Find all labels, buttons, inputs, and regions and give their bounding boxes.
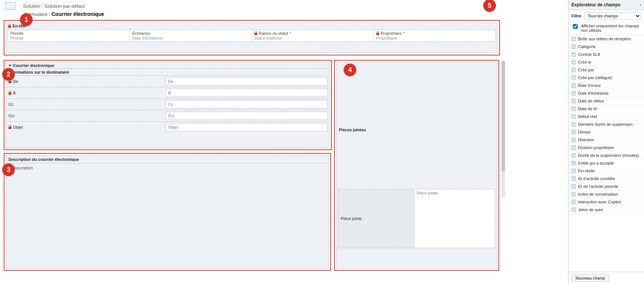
form-field-input[interactable] — [166, 77, 328, 85]
header-field-cell[interactable]: Raison du statut *Statut d'activité — [252, 30, 374, 42]
form-field-row[interactable]: Cci — [6, 110, 329, 122]
header-field-label-text: Priorité — [10, 31, 23, 36]
field-list-item-label: Entité qui a accepté — [578, 161, 614, 165]
description-area[interactable] — [166, 163, 328, 172]
new-field-button[interactable]: Nouveau champ — [571, 274, 609, 282]
filter-row: Filtre Tous les champs — [568, 10, 644, 22]
callout-badge-3: 3 — [2, 163, 15, 176]
field-list-item[interactable]: Créé par (délégué) — [568, 74, 644, 82]
form-field-input[interactable] — [166, 123, 328, 131]
field-list-item[interactable]: Division propriétaire — [568, 144, 644, 152]
field-list-item[interactable]: Interaction avec Copilot — [568, 198, 644, 206]
field-icon — [571, 44, 576, 49]
field-icon — [571, 68, 576, 72]
field-list[interactable]: Boîte aux lettres de réceptionCatégorieC… — [568, 35, 644, 272]
solution-name: Solution par défaut — [44, 3, 85, 9]
header-field-value: Date d'échéance — [132, 36, 249, 40]
field-list-item[interactable]: Entité qui a accepté — [568, 159, 644, 167]
description-title: Description du courrier électronique — [6, 156, 328, 163]
form-field-label: Cc — [6, 99, 166, 110]
form-field-row[interactable]: Objet — [6, 122, 329, 133]
callout-box-description: Description du courrier électronique Des… — [4, 153, 331, 271]
form-field-label-text: Cci — [9, 114, 14, 118]
form-header-section[interactable]: En-tête PrioritéPrioritéÉchéanceDate d'é… — [6, 23, 497, 53]
field-list-item[interactable]: Dernière durée de suspension — [568, 121, 644, 128]
field-list-item-label: Date de tri — [578, 106, 597, 111]
field-list-item[interactable]: Début réel — [568, 113, 644, 121]
header-field-cell[interactable]: PrioritéPriorité — [8, 30, 130, 42]
field-list-item-label: Fin réelle — [578, 169, 595, 173]
form-field-label-text: Cc — [9, 102, 13, 106]
header-field-value: Statut d'activité — [254, 36, 371, 40]
field-list-item-label: Boîte aux lettres de réception — [578, 37, 631, 41]
field-list-item-label: Créé le — [578, 60, 591, 64]
field-list-item[interactable]: Date de début — [568, 97, 644, 105]
form-field-input[interactable] — [166, 100, 328, 108]
field-icon — [571, 145, 576, 150]
filter-select[interactable]: Tous les champs — [584, 12, 641, 20]
email-tab-section[interactable]: Courrier électronique Informations sur l… — [6, 62, 330, 148]
lock-icon — [9, 125, 11, 129]
solution-line: Solution : Solution par défaut — [23, 3, 85, 9]
field-list-item[interactable]: Créé par — [568, 66, 644, 74]
lock-icon — [9, 91, 11, 95]
unused-only-checkbox[interactable] — [573, 24, 578, 29]
field-list-item[interactable]: Devise — [568, 128, 644, 136]
field-list-item[interactable]: Créé le — [568, 58, 644, 66]
form-field-input-wrap — [166, 110, 329, 121]
description-label: Description — [6, 163, 166, 172]
field-list-item[interactable]: Jeton de suivi — [568, 206, 644, 214]
form-field-row[interactable]: À — [6, 87, 329, 99]
field-list-item[interactable]: Date de tri — [568, 105, 644, 113]
form-field-row[interactable]: Cc — [6, 99, 329, 110]
callout-box-attachments: Pièces jointes Pièce jointe Pièce jointe — [334, 60, 499, 271]
form-field-row[interactable]: De — [6, 76, 329, 87]
field-icon — [571, 161, 576, 165]
attachment-field-label: Pièce jointe — [338, 189, 414, 248]
field-icon — [571, 184, 576, 189]
form-field-input[interactable] — [166, 89, 328, 97]
field-list-item[interactable]: Direction — [568, 136, 644, 144]
field-list-item[interactable]: Index de conversation — [568, 190, 644, 198]
header-field-label: Propriétaire * — [376, 31, 493, 36]
field-list-item[interactable]: Date d'échéance — [568, 89, 644, 97]
field-icon — [571, 130, 576, 134]
canvas-scrollbar-thumb[interactable] — [501, 61, 505, 172]
field-icon — [571, 138, 576, 142]
field-icon — [571, 83, 576, 88]
field-icon — [571, 37, 576, 41]
form-field-input-wrap — [166, 122, 329, 133]
field-list-item-label: Direction — [578, 138, 594, 142]
header-field-cell[interactable]: ÉchéanceDate d'échéance — [130, 30, 252, 42]
field-list-item-label: Index de conversation — [578, 192, 618, 196]
field-list-item[interactable]: Contrat SLA — [568, 51, 644, 58]
form-name: Courrier électronique — [51, 11, 104, 17]
field-list-item-label: Dernière durée de suspension — [578, 122, 633, 126]
attachments-section[interactable]: Pièces jointes Pièce jointe Pièce jointe — [336, 62, 497, 268]
field-list-item[interactable]: ID d'activité corrélée — [568, 175, 644, 183]
field-explorer-header[interactable]: Explorateur de champs › — [568, 0, 644, 10]
form-field-input[interactable] — [166, 112, 328, 120]
field-list-item[interactable]: Fin réelle — [568, 167, 644, 175]
lock-icon — [254, 31, 257, 35]
header-field-cell[interactable]: Propriétaire *Propriétaire — [374, 30, 496, 42]
field-icon — [571, 200, 576, 204]
attachment-field-value[interactable]: Pièce jointe — [414, 189, 495, 248]
header-field-row: PrioritéPrioritéÉchéanceDate d'échéanceR… — [8, 30, 496, 42]
field-list-item-label: Début réel — [578, 114, 597, 119]
field-list-item-label: Date de début — [578, 99, 604, 103]
field-list-item[interactable]: Boîte aux lettres de réception — [568, 35, 644, 43]
field-icon — [571, 91, 576, 95]
description-section[interactable]: Description du courrier électronique Des… — [6, 155, 329, 268]
field-list-item[interactable]: ID de l'activité parente — [568, 183, 644, 190]
form-field-label-text: À — [13, 91, 16, 95]
field-list-item[interactable]: Date d'envoi — [568, 82, 644, 89]
unused-only-label: Afficher uniquement les champs non utili… — [581, 24, 641, 33]
attachments-title: Pièces jointes — [339, 128, 366, 132]
callout-box-header: En-tête PrioritéPrioritéÉchéanceDate d'é… — [4, 20, 500, 55]
field-list-item[interactable]: Catégorie — [568, 43, 644, 51]
field-list-item-label: Date d'envoi — [578, 83, 601, 88]
field-list-item[interactable]: Durée de la suspension (minutes) — [568, 152, 644, 159]
form-field-input-wrap — [166, 76, 329, 87]
tab-title[interactable]: Courrier électronique — [6, 62, 329, 69]
